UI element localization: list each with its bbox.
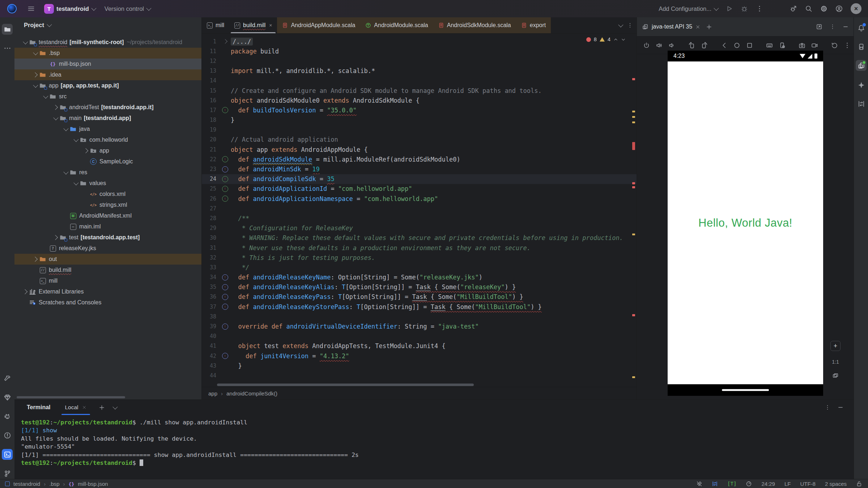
override-marker-icon[interactable]: ↑ bbox=[222, 274, 228, 281]
account-icon[interactable] bbox=[835, 5, 843, 12]
stripe-terminal-tool[interactable] bbox=[2, 449, 13, 460]
tree-chevron-icon[interactable] bbox=[31, 73, 39, 77]
indent-widget[interactable]: 2 spaces bbox=[825, 481, 847, 487]
tree-chevron-icon[interactable] bbox=[72, 181, 80, 185]
hide-terminal-icon[interactable] bbox=[838, 404, 843, 410]
nav-home-icon[interactable] bbox=[733, 42, 740, 49]
editor-tab-AndroidSdkModule.scala[interactable]: AndroidSdkModule.scala bbox=[433, 17, 516, 33]
profiler-icon[interactable] bbox=[790, 5, 797, 12]
main-menu-icon[interactable] bbox=[27, 5, 35, 12]
hide-panel-icon[interactable] bbox=[843, 24, 848, 30]
override-marker-icon[interactable]: ↑ bbox=[222, 186, 228, 192]
tree-item-mill-bsp.json[interactable]: {}mill-bsp.json bbox=[14, 59, 201, 69]
code-line-24[interactable]: 24↑ def androidCompileSdk = 35 bbox=[202, 174, 637, 184]
tree-chevron-icon[interactable] bbox=[31, 51, 39, 55]
editor-tab-AndroidModule.scala[interactable]: AndroidModule.scala bbox=[360, 17, 433, 33]
tree-item-AndroidManifest.xml[interactable]: MAndroidManifest.xml bbox=[14, 210, 201, 221]
code-line-44[interactable]: 44 bbox=[202, 371, 637, 380]
code-line-36[interactable]: 36↑ def androidReleaseKeyPass: T[Option[… bbox=[202, 292, 637, 302]
stripe-ai-swap[interactable] bbox=[856, 98, 867, 109]
tree-item-androidTest[interactable]: androidTest[testandroid.app.it] bbox=[14, 102, 201, 113]
tree-chevron-icon[interactable] bbox=[82, 149, 90, 153]
open-in-window-icon[interactable] bbox=[816, 23, 822, 30]
window-close-button[interactable]: × bbox=[851, 3, 861, 14]
tree-item-mill[interactable]: >_mill bbox=[14, 275, 201, 286]
override-marker-icon[interactable]: ↑ bbox=[222, 284, 228, 290]
gutter-icon[interactable]: ↑ bbox=[219, 294, 231, 300]
gutter-icon[interactable] bbox=[219, 40, 231, 43]
gutter-icon[interactable]: ↑ bbox=[219, 176, 231, 182]
device-tab[interactable]: java-test API 35 bbox=[642, 23, 700, 30]
editor-tab-build.mill[interactable]: //build.mill× bbox=[229, 17, 277, 33]
breadcrumb-item[interactable]: app bbox=[208, 390, 217, 397]
gutter-icon[interactable]: ↑ bbox=[219, 274, 231, 281]
editor-tab-AndroidAppModule.scala[interactable]: AndroidAppModule.scala bbox=[277, 17, 360, 33]
volume-down-icon[interactable] bbox=[668, 42, 675, 49]
tree-item-res[interactable]: res bbox=[14, 167, 201, 178]
code-line-22[interactable]: 22↑ def androidSdkModule = mill.api.Modu… bbox=[202, 154, 637, 164]
editor-hscrollbar[interactable] bbox=[217, 384, 474, 386]
stripe-device-manager[interactable] bbox=[856, 41, 867, 52]
code-line-28[interactable]: 28 /** bbox=[202, 213, 637, 223]
tree-item-src[interactable]: src bbox=[14, 91, 201, 102]
error-stripe[interactable] bbox=[631, 34, 636, 387]
gutter-icon[interactable]: ↑ bbox=[219, 166, 231, 172]
power-icon[interactable] bbox=[643, 42, 650, 49]
stripe-build-hammer[interactable] bbox=[2, 373, 13, 384]
gutter-icon[interactable]: ↑ bbox=[219, 156, 231, 162]
run-button[interactable] bbox=[726, 5, 733, 12]
stripe-ai-sparkle[interactable] bbox=[856, 80, 867, 90]
override-marker-icon[interactable]: ↑ bbox=[222, 324, 228, 330]
code-line-21[interactable]: 21object app extends AndroidAppModule { bbox=[202, 145, 637, 154]
tree-chevron-icon[interactable] bbox=[21, 290, 29, 294]
tree-chevron-icon[interactable] bbox=[31, 84, 39, 87]
project-panel-header[interactable]: Project bbox=[14, 17, 201, 33]
new-terminal-icon[interactable] bbox=[99, 404, 105, 411]
more-actions-icon[interactable] bbox=[756, 5, 763, 12]
settings-gear-icon[interactable] bbox=[820, 5, 827, 12]
gutter-icon[interactable]: ↑ bbox=[219, 304, 231, 310]
code-line-19[interactable]: 19 bbox=[202, 125, 637, 135]
tree-chevron-icon[interactable] bbox=[61, 171, 69, 174]
zoom-in-button[interactable]: + bbox=[830, 341, 841, 351]
code-line-25[interactable]: 25↑ def androidApplicationId = "com.hell… bbox=[202, 184, 637, 194]
volume-up-icon[interactable] bbox=[656, 42, 663, 49]
nav-overview-icon[interactable] bbox=[746, 42, 753, 49]
tree-item-java[interactable]: java bbox=[14, 124, 201, 134]
code-line-16[interactable]: 16object androidSdkModule0 extends Andro… bbox=[202, 95, 637, 105]
tree-item-strings.xml[interactable]: </>strings.xml bbox=[14, 200, 201, 210]
gutter-icon[interactable]: ↑ bbox=[219, 196, 231, 202]
tree-chevron-icon[interactable] bbox=[51, 116, 59, 120]
code-line-27[interactable]: 27 bbox=[202, 204, 637, 213]
code-line-1[interactable]: 1/.../ bbox=[202, 37, 637, 46]
tree-item-main.iml[interactable]: –main.iml bbox=[14, 221, 201, 232]
terminal-tab-local[interactable]: Local bbox=[61, 400, 91, 415]
screenshot-compare-icon[interactable] bbox=[832, 373, 839, 379]
device-more-icon[interactable] bbox=[830, 24, 835, 30]
tree-chevron-icon[interactable] bbox=[61, 127, 69, 131]
code-line-32[interactable]: 32 * This is just for testing purposes. bbox=[202, 253, 637, 262]
tree-item-releaseKey.jks[interactable]: ?releaseKey.jks bbox=[14, 243, 201, 254]
statusbar-breadcrumb[interactable]: testandroid›.bsp›{}mill-bsp.json bbox=[0, 481, 108, 487]
code-line-35[interactable]: 35↑ def androidReleaseKeyAlias: T[Option… bbox=[202, 282, 637, 292]
stripe-cat[interactable] bbox=[2, 411, 13, 422]
code-line-13[interactable]: 13import mill.*, androidlib.*, scalalib.… bbox=[202, 66, 637, 76]
close-icon[interactable]: × bbox=[269, 22, 272, 28]
tree-item-.bsp[interactable]: .bsp bbox=[14, 48, 201, 59]
code-line-34[interactable]: 34↑ def androidReleaseKeyName: Option[St… bbox=[202, 273, 637, 282]
inspections-widget[interactable]: 8 4 bbox=[584, 36, 628, 43]
tree-chevron-icon[interactable] bbox=[21, 40, 29, 44]
gutter-icon[interactable]: ↑ bbox=[219, 324, 231, 330]
editor-tab-mill[interactable]: >_mill bbox=[202, 17, 229, 33]
run-config-selector[interactable]: Add Configuration... bbox=[659, 5, 718, 12]
code-line-30[interactable]: 30 * WARNING: Replace these default valu… bbox=[202, 233, 637, 243]
stripe-project-folder[interactable] bbox=[2, 24, 13, 35]
override-marker-icon[interactable]: ↑ bbox=[222, 156, 228, 162]
gutter-icon[interactable]: ↑ bbox=[219, 284, 231, 290]
stripe-problems[interactable] bbox=[2, 430, 13, 441]
kebab-icon[interactable] bbox=[627, 22, 633, 28]
pin-icon[interactable] bbox=[696, 481, 702, 487]
override-marker-icon[interactable]: ↑ bbox=[222, 166, 228, 172]
code-line-17[interactable]: 17↑ def buildToolsVersion = "35.0.0" bbox=[202, 105, 637, 115]
project-hscrollbar[interactable] bbox=[17, 396, 125, 398]
